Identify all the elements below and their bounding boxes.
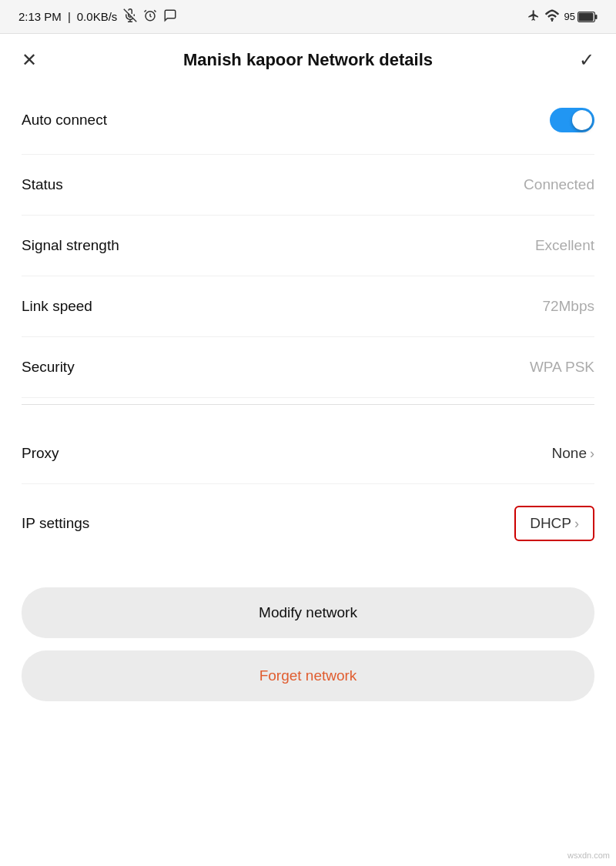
ip-settings-label: IP settings [22, 515, 89, 532]
modify-network-button[interactable]: Modify network [22, 587, 594, 638]
status-label: Status [22, 176, 63, 193]
status-value: Connected [524, 176, 594, 193]
section-divider [22, 404, 594, 405]
battery-indicator: 95 [564, 11, 598, 22]
security-value: WPA PSK [530, 359, 594, 376]
auto-connect-row: Auto connect [22, 86, 594, 155]
wifi-icon [544, 9, 560, 25]
ip-settings-text: DHCP [530, 515, 571, 532]
link-speed-value: 72Mbps [542, 298, 594, 315]
link-speed-label: Link speed [22, 298, 92, 315]
auto-connect-toggle[interactable] [550, 108, 594, 132]
security-row: Security WPA PSK [22, 337, 594, 398]
status-bar-left: 2:13 PM | 0.0KB/s [18, 8, 177, 25]
data-speed: 0.0KB/s [77, 10, 118, 23]
airplane-icon [527, 9, 540, 25]
svg-rect-6 [595, 15, 598, 19]
battery-level: 95 [564, 11, 575, 22]
signal-strength-value: Excellent [535, 237, 594, 254]
action-buttons: Modify network Forget network [0, 563, 616, 701]
proxy-label: Proxy [22, 445, 59, 462]
message-icon [163, 8, 177, 25]
signal-strength-row: Signal strength Excellent [22, 216, 594, 276]
alarm-icon [143, 8, 157, 25]
svg-rect-7 [579, 12, 594, 21]
close-button[interactable]: ✕ [22, 49, 37, 71]
toggle-knob [572, 110, 592, 130]
network-details-content: Auto connect Status Connected Signal str… [0, 86, 616, 563]
forget-network-button[interactable]: Forget network [22, 650, 594, 701]
ip-settings-chevron-icon: › [574, 516, 579, 532]
separator: | [68, 10, 71, 23]
status-bar-right: 95 [527, 9, 598, 25]
security-label: Security [22, 359, 75, 376]
confirm-button[interactable]: ✓ [579, 49, 594, 71]
status-bar: 2:13 PM | 0.0KB/s [0, 0, 616, 34]
watermark: wsxdn.com [567, 851, 610, 860]
proxy-value: None › [552, 445, 594, 462]
status-row: Status Connected [22, 155, 594, 216]
link-speed-row: Link speed 72Mbps [22, 276, 594, 337]
ip-settings-value[interactable]: DHCP › [514, 506, 594, 541]
page-title: Manish kapoor Network details [49, 50, 567, 70]
svg-point-4 [551, 19, 553, 22]
mute-icon [123, 8, 137, 25]
signal-strength-label: Signal strength [22, 237, 119, 254]
ip-settings-row[interactable]: IP settings DHCP › [22, 484, 594, 563]
page-header: ✕ Manish kapoor Network details ✓ [0, 34, 616, 86]
auto-connect-label: Auto connect [22, 112, 107, 129]
proxy-chevron-icon: › [590, 446, 594, 462]
proxy-row[interactable]: Proxy None › [22, 423, 594, 484]
time-display: 2:13 PM [18, 10, 62, 23]
